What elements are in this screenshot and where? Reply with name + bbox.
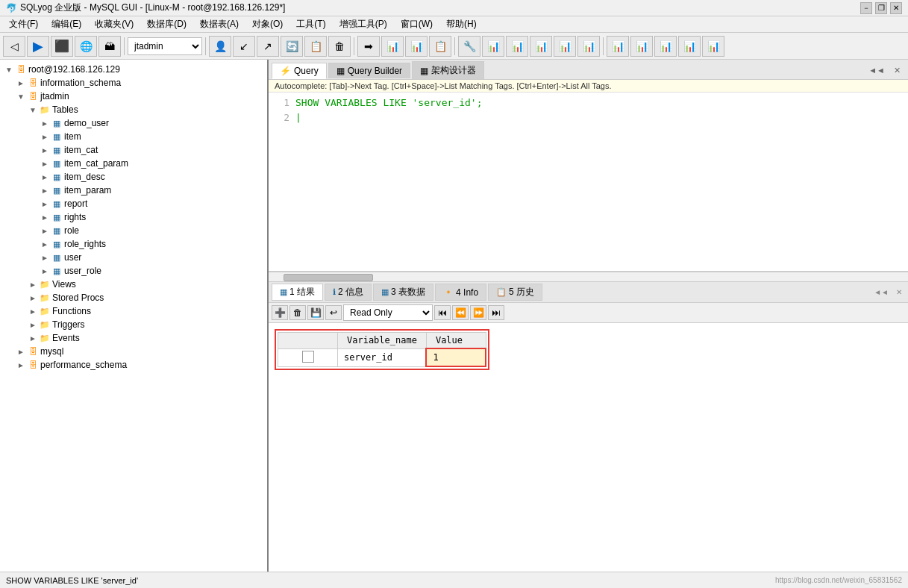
tab-schema[interactable]: ▦ 架构设计器 xyxy=(412,61,484,79)
menu-help[interactable]: 帮助(H) xyxy=(440,16,483,32)
toolbar-import[interactable]: ↙ xyxy=(233,36,255,57)
expand-item-desc[interactable]: ► xyxy=(39,171,51,183)
result-first[interactable]: ⏮ xyxy=(434,305,451,320)
toolbar-delete[interactable]: 🗑 xyxy=(328,36,351,57)
expand-stored-procs[interactable]: ► xyxy=(27,292,39,304)
close-button[interactable]: ✕ xyxy=(890,2,902,14)
result-panel-collapse[interactable]: ◄◄ xyxy=(871,287,892,298)
row-checkbox-cell[interactable] xyxy=(278,348,338,366)
toolbar-t1[interactable]: ➡ xyxy=(357,36,380,57)
toolbar-globe[interactable]: 🌐 xyxy=(75,36,97,57)
tree-item-triggers[interactable]: ► 📁 Triggers xyxy=(0,318,267,331)
toolbar-t11[interactable]: 📊 xyxy=(607,36,629,57)
tree-item-item-desc[interactable]: ► ▦ item_desc xyxy=(0,170,267,184)
expand-user[interactable]: ► xyxy=(39,251,51,263)
expand-item-param[interactable]: ► xyxy=(39,184,51,196)
toolbar-back[interactable]: ◁ xyxy=(3,36,25,57)
toolbar-t9[interactable]: 📊 xyxy=(554,36,576,57)
result-tab-info[interactable]: ℹ 2 信息 xyxy=(325,284,372,301)
expand-user-role[interactable]: ► xyxy=(39,265,51,277)
tree-item-mysql[interactable]: ► 🗄 mysql xyxy=(0,345,267,358)
result-save[interactable]: 💾 xyxy=(307,305,324,320)
expand-item[interactable]: ► xyxy=(39,131,51,143)
tree-item-perf-schema[interactable]: ► 🗄 performance_schema xyxy=(0,358,267,372)
result-prev[interactable]: ⏪ xyxy=(452,305,469,320)
tree-item-info-schema[interactable]: ► 🗄 information_schema xyxy=(0,76,267,90)
db-dropdown[interactable]: jtadmin xyxy=(128,37,202,55)
menu-window[interactable]: 窗口(W) xyxy=(395,16,439,32)
tree-item-events[interactable]: ► 📁 Events xyxy=(0,331,267,345)
expand-demo-user[interactable]: ► xyxy=(39,117,51,129)
row-checkbox[interactable] xyxy=(302,351,314,363)
expand-triggers[interactable]: ► xyxy=(27,319,39,331)
expand-report[interactable]: ► xyxy=(39,198,51,210)
result-tab-tabledata[interactable]: ▦ 3 表数据 xyxy=(373,284,433,301)
result-next[interactable]: ⏩ xyxy=(470,305,486,320)
toolbar-mountain[interactable]: 🏔 xyxy=(98,36,121,57)
tree-item-item-param[interactable]: ► ▦ item_param xyxy=(0,184,267,197)
tab-query-builder[interactable]: ▦ Query Builder xyxy=(328,63,410,78)
result-tab-infoview[interactable]: 🔸 4 Info xyxy=(435,284,486,301)
toolbar-export[interactable]: ↗ xyxy=(257,36,279,57)
menu-tools[interactable]: 工具(T) xyxy=(290,16,331,32)
menu-object[interactable]: 对象(O) xyxy=(246,16,289,32)
expand-root[interactable]: ▼ xyxy=(3,63,15,75)
tree-item-user[interactable]: ► ▦ user xyxy=(0,251,267,264)
result-add-row[interactable]: ➕ xyxy=(272,305,288,320)
menu-database[interactable]: 数据库(D) xyxy=(141,16,192,32)
menu-advanced-tools[interactable]: 增强工具(P) xyxy=(334,16,393,32)
tree-item-jtadmin[interactable]: ▼ 🗄 jtadmin xyxy=(0,90,267,103)
toolbar-refresh[interactable]: 🔄 xyxy=(281,36,303,57)
tree-item-role[interactable]: ► ▦ role xyxy=(0,224,267,237)
expand-role-rights[interactable]: ► xyxy=(39,238,51,250)
tree-item-item-cat-param[interactable]: ► ▦ item_cat_param xyxy=(0,157,267,170)
expand-functions[interactable]: ► xyxy=(27,305,39,317)
minimize-button[interactable]: － xyxy=(860,2,872,14)
panel-collapse-left[interactable]: ◄◄ xyxy=(864,64,889,76)
result-panel-close[interactable]: ✕ xyxy=(893,287,905,298)
toolbar-t12[interactable]: 📊 xyxy=(630,36,653,57)
toolbar-t14[interactable]: 📊 xyxy=(678,36,701,57)
tree-item-rights[interactable]: ► ▦ rights xyxy=(0,210,267,224)
tree-item-functions[interactable]: ► 📁 Functions xyxy=(0,304,267,318)
tree-item-role-rights[interactable]: ► ▦ role_rights xyxy=(0,237,267,251)
expand-rights[interactable]: ► xyxy=(39,211,51,223)
expand-views[interactable]: ► xyxy=(27,278,39,290)
h-scrollbar-thumb[interactable] xyxy=(284,274,373,281)
expand-tables[interactable]: ▼ xyxy=(27,104,39,116)
expand-jtadmin[interactable]: ▼ xyxy=(15,90,27,102)
toolbar-t7[interactable]: 📊 xyxy=(506,36,528,57)
tree-item-tables[interactable]: ▼ 📁 Tables xyxy=(0,103,267,116)
result-tab-result[interactable]: ▦ 1 结果 xyxy=(272,284,323,301)
menu-file[interactable]: 文件(F) xyxy=(3,16,44,32)
toolbar-stop[interactable]: ⬛ xyxy=(51,36,73,57)
panel-collapse-right[interactable]: ✕ xyxy=(889,64,905,77)
expand-events[interactable]: ► xyxy=(27,332,39,344)
tree-item-demo-user[interactable]: ► ▦ demo_user xyxy=(0,116,267,130)
tree-item-views[interactable]: ► 📁 Views xyxy=(0,278,267,291)
toolbar-t3[interactable]: 📊 xyxy=(405,36,428,57)
toolbar-t10[interactable]: 📊 xyxy=(577,36,600,57)
toolbar-user[interactable]: 👤 xyxy=(209,36,231,57)
tree-item-item[interactable]: ► ▦ item xyxy=(0,130,267,143)
result-last[interactable]: ⏭ xyxy=(488,305,504,320)
tree-item-root[interactable]: ▼ 🗄 root@192.168.126.129 xyxy=(0,63,267,76)
h-scrollbar[interactable] xyxy=(269,272,908,282)
toolbar-t15[interactable]: 📊 xyxy=(702,36,724,57)
tree-item-stored-procs[interactable]: ► 📁 Stored Procs xyxy=(0,291,267,304)
result-delete-row[interactable]: 🗑 xyxy=(289,305,306,320)
toolbar-t2[interactable]: 📊 xyxy=(381,36,404,57)
menu-edit[interactable]: 编辑(E) xyxy=(46,16,87,32)
result-tab-history[interactable]: 📋 5 历史 xyxy=(488,284,542,301)
toolbar-t4[interactable]: 📋 xyxy=(429,36,451,57)
expand-perf-schema[interactable]: ► xyxy=(15,359,27,371)
restore-button[interactable]: ❐ xyxy=(875,2,887,14)
toolbar-t6[interactable]: 📊 xyxy=(482,36,504,57)
toolbar-t5[interactable]: 🔧 xyxy=(458,36,480,57)
tree-item-item-cat[interactable]: ► ▦ item_cat xyxy=(0,143,267,157)
tree-item-user-role[interactable]: ► ▦ user_role xyxy=(0,264,267,278)
result-discard[interactable]: ↩ xyxy=(325,305,342,320)
expand-item-cat[interactable]: ► xyxy=(39,144,51,156)
expand-info-schema[interactable]: ► xyxy=(15,77,27,89)
read-only-dropdown[interactable]: Read Only Editable xyxy=(343,304,433,321)
